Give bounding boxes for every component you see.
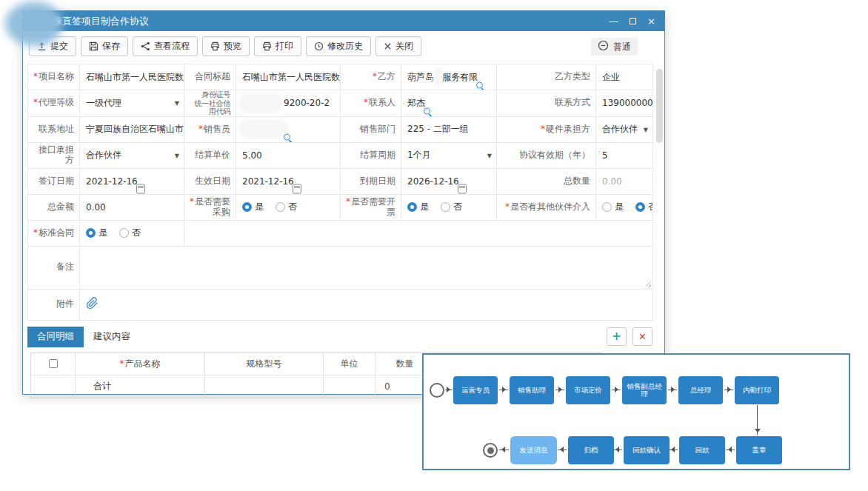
flow-node-归档: 归档 — [568, 436, 614, 464]
field-other_partner-option-是[interactable]: 是 — [602, 201, 624, 213]
field-agent_level-value[interactable]: 一级代理▼ — [80, 90, 184, 117]
field-credit_code-label: 身份证号统一社会信用代码 — [184, 90, 236, 117]
remark-field — [80, 247, 653, 290]
remark-textarea[interactable] — [80, 247, 652, 289]
field-sign_date-text: 2021-12-16 — [86, 176, 138, 187]
field-project_name-value[interactable]: 石嘴山市第一人民医院数字影 — [80, 64, 184, 90]
field-settle_cycle-label: 结算周期 — [341, 143, 401, 169]
field-need_invoice-option-是[interactable]: 是 — [407, 201, 429, 213]
chevron-down-icon[interactable]: ▼ — [175, 100, 179, 107]
field-address-label: 联系地址 — [28, 117, 80, 143]
field-expire_date-value[interactable]: 2026-12-16 — [401, 169, 497, 195]
resize-handle-icon[interactable] — [644, 280, 651, 287]
header-spec_model: 规格型号 — [205, 353, 324, 375]
field-hardware_bearer-value[interactable]: 合作伙伴▼ — [596, 117, 653, 143]
field-hardware_bearer-text: 合作伙伴 — [602, 123, 638, 136]
preview-button[interactable]: 预览 — [202, 36, 250, 56]
redaction-blob — [5, 1, 63, 46]
field-sign_date-value[interactable]: 2021-12-16 — [80, 169, 184, 195]
flow-end-node — [483, 443, 498, 458]
field-need_purchase-option-否[interactable]: 否 — [276, 201, 297, 213]
delete-row-button[interactable]: ✕ — [632, 327, 652, 346]
required-marker: * — [33, 227, 38, 238]
attachment-label: 附件 — [28, 290, 80, 321]
field-total_qty-value[interactable]: 0.00 — [596, 169, 653, 195]
history-button-label: 修改历史 — [327, 40, 363, 53]
detail-actions: + ✕ — [607, 327, 652, 346]
redaction-blob — [437, 72, 439, 83]
field-other_partner-option-否[interactable]: 否 — [635, 201, 653, 213]
field-credit_code-value[interactable]: 9200-20-2 — [236, 90, 341, 117]
radio-icon — [119, 228, 129, 238]
calendar-icon[interactable] — [136, 184, 145, 194]
field-need_invoice-value: 是否 — [401, 195, 497, 221]
field-unit_price-value[interactable]: 5.00 — [236, 143, 341, 169]
empty-cell — [184, 221, 653, 247]
field-address-value[interactable]: 宁夏回族自治区石嘴山市 — [80, 117, 184, 143]
view-flow-button[interactable]: 查看流程 — [133, 36, 198, 56]
calendar-icon[interactable] — [293, 184, 301, 194]
save-button[interactable]: 保存 — [81, 36, 128, 56]
history-button[interactable]: 修改历史 — [306, 36, 371, 56]
add-row-button[interactable]: + — [607, 327, 627, 346]
field-need_invoice-option-否[interactable]: 否 — [441, 201, 462, 213]
summary-spec_model — [205, 375, 324, 398]
field-contact-value[interactable]: 郑杰 — [401, 90, 497, 117]
flow-node-销售副总经理: 销售副总经理 — [622, 376, 667, 404]
arrow-right-icon — [499, 390, 508, 390]
field-party_b-value[interactable]: 葫芦岛服务有限 — [401, 64, 497, 90]
required-marker: * — [33, 71, 38, 81]
maximize-icon[interactable] — [630, 11, 636, 31]
field-interface_bearer-label: 接口承担方 — [28, 143, 80, 169]
search-icon[interactable] — [424, 108, 432, 116]
flow-node-市场定价: 市场定价 — [566, 376, 610, 404]
field-agent_level-text: 一级代理 — [86, 97, 121, 110]
field-unit_price-text: 5.00 — [242, 150, 262, 161]
print-button[interactable]: 打印 — [254, 36, 301, 56]
field-party_b_type-value[interactable]: 企业 — [596, 64, 653, 90]
close-button[interactable]: 关闭 — [375, 36, 421, 56]
chevron-down-icon[interactable]: ▼ — [644, 126, 648, 133]
chevron-down-icon[interactable]: ▼ — [175, 152, 179, 158]
priority-badge[interactable]: 普通 — [591, 38, 638, 56]
field-salesman-value[interactable] — [236, 117, 341, 143]
field-sales_dept-value[interactable]: 225 - 二部一组 — [401, 117, 497, 143]
field-interface_bearer-value[interactable]: 合作伙伴▼ — [80, 143, 184, 169]
radio-icon — [242, 202, 252, 212]
select-all-checkbox[interactable] — [49, 359, 58, 368]
field-contract_title-value[interactable]: 石嘴山市第一人民医院数字 — [236, 64, 341, 90]
print-icon — [262, 41, 272, 51]
field-standard_contract-option-否[interactable]: 否 — [119, 227, 141, 239]
tab-contract-detail[interactable]: 合同明细 — [27, 327, 84, 347]
flow-start-node — [430, 383, 444, 398]
field-total_amount-value[interactable]: 0.00 — [80, 195, 184, 221]
chevron-down-icon[interactable]: ▼ — [487, 152, 492, 158]
search-icon[interactable] — [284, 134, 292, 142]
field-effect_date-value[interactable]: 2021-12-16 — [236, 169, 341, 195]
field-valid_years-value[interactable]: 5 — [596, 143, 653, 169]
field-expire_date-label: 到期日期 — [341, 169, 401, 195]
save-icon — [89, 41, 99, 51]
preview-button-label: 预览 — [224, 40, 241, 53]
field-need_invoice-label: *是否需要开票 — [341, 195, 401, 221]
paperclip-icon[interactable] — [86, 297, 99, 312]
vertical-scrollbar-thumb[interactable] — [656, 69, 663, 143]
field-total_amount-text: 0.00 — [86, 202, 106, 213]
header-checkbox — [31, 353, 76, 375]
minimize-icon[interactable]: — — [609, 11, 618, 31]
required-marker: * — [505, 201, 510, 212]
redaction-blob — [242, 98, 281, 109]
field-standard_contract-option-是[interactable]: 是 — [86, 227, 107, 239]
field-contact_phone-value[interactable]: 13900000001 — [596, 90, 653, 117]
search-icon[interactable] — [476, 81, 477, 90]
field-salesman-label: *销售员 — [184, 117, 236, 143]
field-settle_cycle-value[interactable]: 1个月▼ — [401, 143, 497, 169]
minus-circle-icon — [598, 40, 609, 53]
close-icon[interactable]: × — [647, 11, 655, 31]
calendar-icon[interactable] — [458, 184, 467, 194]
field-party_b-text: 葫芦岛 — [407, 71, 434, 84]
field-need_purchase-option-是[interactable]: 是 — [242, 201, 264, 213]
required-marker: * — [541, 124, 545, 134]
attachment-field — [80, 290, 653, 321]
tab-suggestion[interactable]: 建议内容 — [84, 327, 140, 347]
